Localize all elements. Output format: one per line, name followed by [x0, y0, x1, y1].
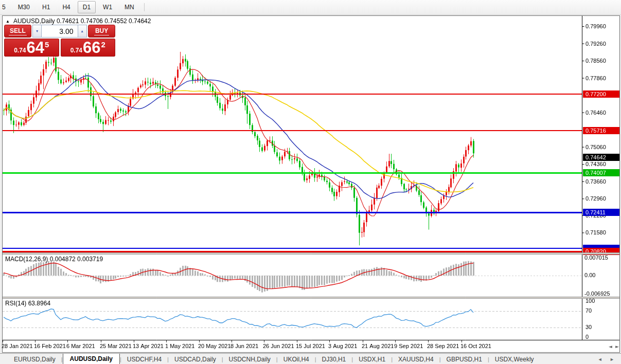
sell-price-big: 64	[27, 40, 44, 56]
tab-scroll-arrows[interactable]: ◄ ►	[598, 357, 617, 362]
sell-button-label: SELL	[9, 27, 27, 35]
sell-price-prefix: 0.74	[14, 47, 26, 54]
tab-eurusd-daily[interactable]: EURUSD,Daily	[8, 355, 61, 364]
toolbar-separator	[144, 3, 145, 11]
macd-indicator-label: MACD(12,26,9) 0.004872 0.003719	[5, 256, 103, 263]
tab-xauusd-h4[interactable]: XAUUSD,H4	[393, 355, 439, 364]
buy-button[interactable]: BUY	[88, 25, 115, 38]
chart-tab-bar: EURUSD,Daily|AUDUSD,Daily|USDCHF,H4|USDC…	[0, 353, 621, 364]
timeframe-button-w1[interactable]: W1	[98, 1, 117, 13]
sell-price-pip: 5	[45, 40, 49, 49]
timeframe-button-h1[interactable]: H1	[37, 1, 55, 13]
volume-value: 3.00	[59, 27, 73, 35]
timeframe-button-d1[interactable]: D1	[78, 1, 96, 13]
collapse-panel-arrow-icon[interactable]: ▲	[6, 19, 10, 24]
buy-button-label: BUY	[94, 27, 109, 35]
tab-usdx-h1[interactable]: USDX,H1	[353, 355, 391, 364]
timeframe-button-m30[interactable]: M30	[13, 1, 35, 13]
tab-audusd-daily[interactable]: AUDUSD,Daily	[63, 353, 120, 364]
timeframe-button-h4[interactable]: H4	[57, 1, 75, 13]
one-click-trade-panel: SELL ▼ 3.00 ▲ BUY 0.74 64 5 0.74 66 2	[4, 25, 115, 57]
spinner-up-icon: ▲	[80, 29, 84, 33]
chart-title-text: AUDUSD,Daily 0.74621 0.74706 0.74552 0.7…	[13, 17, 151, 25]
buy-price-prefix: 0.74	[70, 47, 82, 54]
chart-window: ▲AUDUSD,Daily 0.74621 0.74706 0.74552 0.…	[0, 15, 621, 353]
trade-panel-prices: 0.74 64 5 0.74 66 2	[4, 39, 115, 57]
volume-decrease-button[interactable]: ▼	[32, 25, 42, 38]
timeframe-button-mn[interactable]: MN	[119, 1, 139, 13]
tab-usdcnh-daily[interactable]: USDCNH,Daily	[223, 355, 276, 364]
buy-price-big: 66	[83, 40, 100, 56]
sell-button[interactable]: SELL	[4, 25, 31, 38]
tab-gbpusd-h1[interactable]: GBPUSD,H1	[441, 355, 488, 364]
timeframe-button-5[interactable]: 5	[0, 1, 11, 13]
tab-usdcad-daily[interactable]: USDCAD,Daily	[169, 355, 222, 364]
timeframe-toolbar: 5M30H1H4D1W1MN	[0, 0, 621, 15]
buy-price-box[interactable]: 0.74 66 2	[61, 39, 116, 57]
mt4-terminal: { "toolbar": { "buttons": ["5", "M30", "…	[0, 0, 621, 364]
tab-usdx-weekly[interactable]: USDX,Weekly	[489, 355, 540, 364]
volume-increase-button[interactable]: ▲	[78, 25, 87, 38]
price-chart-canvas[interactable]	[0, 15, 621, 353]
rsi-indicator-label: RSI(14) 63.8964	[5, 300, 50, 307]
tab-ukoil-h4[interactable]: UKOil,H4	[278, 355, 315, 364]
volume-input[interactable]: 3.00	[42, 25, 77, 38]
chart-title: ▲AUDUSD,Daily 0.74621 0.74706 0.74552 0.…	[6, 17, 151, 25]
tab-usdchf-h4[interactable]: USDCHF,H4	[121, 355, 167, 364]
tab-dj30-h1[interactable]: DJ30,H1	[316, 355, 352, 364]
buy-price-pip: 2	[101, 40, 105, 49]
spinner-down-icon: ▼	[36, 29, 39, 33]
sell-price-box[interactable]: 0.74 64 5	[4, 39, 59, 57]
trade-panel-row: SELL ▼ 3.00 ▲ BUY	[4, 25, 115, 38]
